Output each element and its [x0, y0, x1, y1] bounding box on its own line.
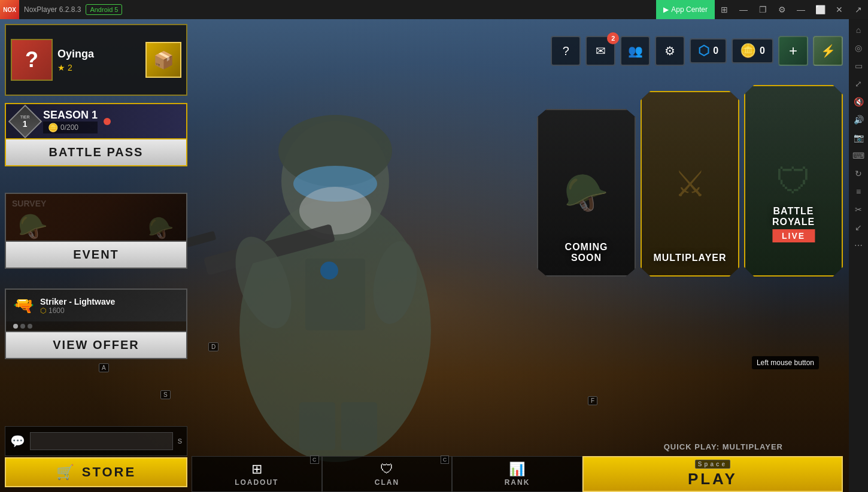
dot-2 — [20, 324, 25, 329]
mail-button[interactable]: ✉ 2 — [585, 36, 615, 66]
event-button[interactable]: EVENT — [5, 241, 187, 269]
space-key-hint: Space — [695, 460, 730, 469]
maximize-button[interactable]: ❐ — [753, 0, 772, 19]
season-header: TIER 1 SEASON 1 🪙 0/200 — [5, 103, 187, 138]
plus-icon: + — [789, 42, 797, 59]
minimize2-button[interactable]: — — [791, 0, 811, 19]
sidebar-expand-icon[interactable]: ⤢ — [850, 75, 867, 92]
expand-button[interactable]: ↗ — [849, 0, 868, 19]
add-currency-button[interactable]: + — [778, 36, 808, 66]
svg-rect-12 — [341, 402, 377, 450]
offer-panel: 🔫 Striker - Lightwave ⬡ 1600 VIEW OFFER — [5, 288, 187, 359]
app-version: NoxPlayer 6.2.8.3 — [19, 5, 86, 14]
offer-info: Striker - Lightwave ⬡ 1600 — [40, 297, 179, 315]
sidebar-keyboard-icon[interactable]: ⌨ — [850, 147, 867, 164]
mail-icon: ✉ — [596, 44, 606, 58]
season-xp: 🪙 0/200 — [43, 122, 98, 133]
help-icon: ? — [563, 44, 569, 58]
mode-cards: 🪖 COMINGSOON ⚔ MULTIPLAYER 🛡 LIVE BATTLE… — [537, 85, 843, 277]
clan-button[interactable]: 🛡 CLAN C — [322, 456, 453, 492]
credits-display[interactable]: ⬡ 0 — [690, 38, 727, 63]
multiplayer-char: ⚔ — [642, 92, 738, 275]
top-hud: ? ✉ 2 👥 ⚙ ⬡ 0 🪙 0 + ⚡ — [192, 24, 843, 78]
battery-button[interactable]: ⚡ — [813, 36, 843, 66]
sidebar-camera-icon[interactable]: 📷 — [850, 129, 867, 146]
multiplayer-label: MULTIPLAYER — [642, 253, 738, 263]
clan-label: CLAN — [375, 478, 399, 487]
sidebar-screen-icon[interactable]: ▭ — [850, 57, 867, 74]
coming-soon-label: COMINGSOON — [538, 242, 635, 263]
event-panel: SURVEY 🪖 🪖 EVENT — [5, 193, 187, 269]
bottom-nav: ⊞ LOADOUT C 🛡 CLAN C 📊 RANK Space PLAY — [192, 456, 843, 492]
quick-play-label: QUICK PLAY: MULTIPLAYER — [664, 442, 783, 451]
loadout-label: LOADOUT — [235, 478, 278, 487]
battle-pass-button[interactable]: BATTLE PASS — [5, 138, 187, 166]
android-badge: Android 5 — [86, 4, 122, 15]
season-title: SEASON 1 — [43, 109, 98, 122]
chat-input[interactable] — [30, 432, 173, 450]
close-button[interactable]: ✕ — [830, 0, 849, 19]
live-badge: LIVE — [772, 229, 815, 242]
mail-badge: 2 — [607, 32, 619, 44]
minimize-button[interactable]: — — [734, 0, 753, 19]
avatar-question-icon: ? — [25, 47, 38, 72]
mode-card-battle-royale[interactable]: 🛡 LIVE BATTLEROYALE Alt B — [744, 85, 843, 277]
game-area: Cap W D S A ? Oyinga ★ 2 📦 TIER 1 SEASON… — [0, 19, 849, 492]
svg-rect-11 — [299, 402, 335, 450]
settings-button[interactable]: ⚙ — [772, 0, 791, 19]
rank-button[interactable]: 📊 RANK — [452, 456, 582, 492]
play-button[interactable]: Space PLAY — [582, 456, 843, 492]
loadout-icon: ⊞ — [251, 461, 262, 477]
sidebar-rank-icon[interactable]: ≡ — [850, 183, 867, 200]
battle-royale-char: 🛡 — [745, 86, 842, 275]
loadout-button[interactable]: ⊞ LOADOUT C — [192, 456, 322, 492]
nox-logo: NOX — [0, 0, 19, 19]
offer-header: 🔫 Striker - Lightwave ⬡ 1600 — [5, 288, 187, 321]
app-center-button[interactable]: ▶ App Center — [656, 0, 715, 19]
clan-icon: 🛡 — [380, 461, 393, 477]
xp-coin-icon: 🪙 — [48, 123, 58, 132]
dot-1 — [13, 324, 18, 329]
cp-display[interactable]: 🪙 0 — [732, 38, 773, 63]
soldier-character — [156, 31, 515, 462]
sidebar-more-icon[interactable]: ⋯ — [850, 237, 867, 254]
sidebar-arrow-icon[interactable]: ↙ — [850, 219, 867, 236]
store-label: STORE — [82, 464, 136, 480]
settings-game-button[interactable]: ⚙ — [655, 36, 685, 66]
svg-point-10 — [320, 262, 338, 280]
app-center-icon: ▶ — [663, 5, 669, 14]
sidebar-cut-icon[interactable]: ✂ — [850, 201, 867, 218]
mode-card-multiplayer[interactable]: ⚔ MULTIPLAYER — [641, 91, 739, 277]
tier-label: TIER 1 — [20, 114, 30, 128]
chat-s-hint: S — [178, 438, 182, 445]
sidebar-map-icon[interactable]: ◎ — [850, 40, 867, 56]
restore-button[interactable]: ⊞ — [715, 0, 734, 19]
svg-point-4 — [299, 187, 371, 235]
offer-price-value: 1600 — [48, 306, 65, 315]
cp-amount: 0 — [760, 45, 765, 56]
tier-badge: TIER 1 — [8, 104, 43, 138]
resize-button[interactable]: ⬜ — [811, 0, 830, 19]
credits-icon: ⬡ — [698, 43, 709, 59]
event-image: SURVEY 🪖 🪖 — [5, 193, 187, 241]
sidebar-home-icon[interactable]: ⌂ — [850, 22, 867, 38]
sidebar-volume-off-icon[interactable]: 🔇 — [850, 93, 867, 110]
live-indicator — [104, 118, 111, 125]
help-button[interactable]: ? — [551, 36, 581, 66]
titlebar: NOX NoxPlayer 6.2.8.3 Android 5 ▶ App Ce… — [0, 0, 868, 19]
sidebar-refresh-icon[interactable]: ↻ — [850, 165, 867, 182]
sidebar-volume-icon[interactable]: 🔊 — [850, 111, 867, 128]
store-button[interactable]: 🛒 STORE — [5, 457, 187, 487]
mode-card-coming-soon[interactable]: 🪖 COMINGSOON — [537, 109, 636, 277]
season-info: SEASON 1 🪙 0/200 — [43, 109, 98, 133]
chest-button[interactable]: 📦 — [145, 42, 181, 78]
right-sidebar: ⌂ ◎ ▭ ⤢ 🔇 🔊 📷 ⌨ ↻ ≡ ✂ ↙ ⋯ — [849, 19, 868, 492]
app-center-label: App Center — [671, 5, 708, 14]
battle-royale-label: BATTLEROYALE — [745, 206, 842, 227]
friends-button[interactable]: 👥 — [620, 36, 650, 66]
view-offer-button[interactable]: VIEW OFFER — [5, 331, 187, 359]
player-info: Oyinga ★ 2 — [57, 48, 141, 72]
credits-amount: 0 — [713, 45, 718, 56]
gun-icon: 🔫 — [13, 296, 34, 315]
chat-bar: 💬 S — [5, 426, 187, 456]
